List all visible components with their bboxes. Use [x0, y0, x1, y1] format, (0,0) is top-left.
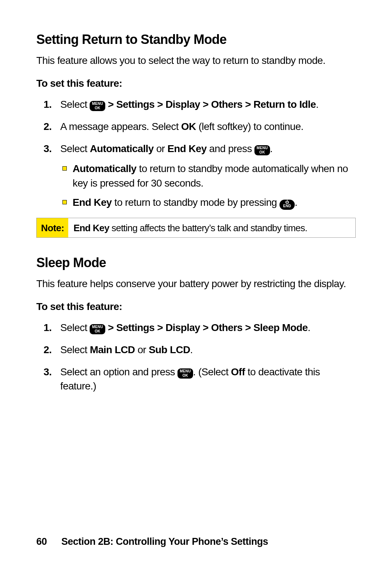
heading-sleep-mode: Sleep Mode: [36, 255, 356, 270]
intro-sleep-mode: This feature helps conserve your battery…: [36, 277, 356, 291]
step-text: .: [308, 322, 310, 333]
step-text: Select: [60, 143, 90, 154]
step-3: 3. Select Automatically or End Key and p…: [60, 142, 356, 210]
subhead-set-feature-2: To set this feature:: [36, 301, 356, 313]
step-number: 2.: [44, 343, 52, 357]
step-text: or: [154, 143, 167, 154]
menu-ok-key-icon: [90, 101, 105, 111]
bullet-text-bold: Automatically: [73, 163, 136, 174]
end-key-icon: [279, 200, 295, 210]
note-body: End Key setting affects the battery’s ta…: [68, 218, 312, 237]
step-number: 1.: [44, 97, 52, 111]
steps-sleep-mode: 1. Select > Settings > Display > Others …: [36, 320, 356, 393]
section-label: Section 2B: Controlling Your Phone’s Set…: [61, 536, 268, 547]
intro-return-standby: This feature allows you to select the wa…: [36, 54, 356, 68]
step-text: Select: [60, 344, 90, 355]
step-text-bold: OK: [181, 121, 196, 132]
bullet-text: to return to standby mode by pressing: [112, 197, 279, 208]
step-path: > Settings > Display > Others > Sleep Mo…: [105, 322, 308, 333]
step-2: 2. A message appears. Select OK (left so…: [60, 119, 356, 134]
page-footer: 60Section 2B: Controlling Your Phone’s S…: [36, 536, 268, 547]
step-text-bold: Automatically: [90, 143, 154, 154]
bullet-text-bold: End Key: [73, 197, 112, 208]
bullet-end-key: End Key to return to standby mode by pre…: [73, 195, 356, 210]
step-text: (left softkey) to continue.: [196, 121, 303, 132]
step-text-bold: End Key: [167, 143, 207, 154]
step-text: Select an option and press: [60, 366, 177, 377]
step-2: 2. Select Main LCD or Sub LCD.: [60, 343, 356, 357]
note-text-bold: End Key: [73, 222, 109, 233]
note-label: Note:: [37, 218, 68, 237]
note-text: setting affects the battery’s talk and s…: [109, 222, 307, 233]
step-1: 1. Select > Settings > Display > Others …: [60, 97, 356, 111]
step-text: Select: [60, 322, 90, 333]
step-number: 1.: [44, 320, 52, 335]
step-text: .: [316, 99, 318, 110]
step-1: 1. Select > Settings > Display > Others …: [60, 320, 356, 335]
step-number: 2.: [44, 119, 52, 134]
step-text: Select: [60, 99, 90, 110]
step-number: 3.: [44, 365, 52, 379]
subhead-set-feature-1: To set this feature:: [36, 78, 356, 89]
step-text-bold: Off: [231, 366, 245, 377]
step-text-bold: Main LCD: [90, 344, 135, 355]
step-text: .: [270, 143, 273, 154]
step-path: > Settings > Display > Others > Return t…: [105, 99, 316, 110]
step-3: 3. Select an option and press . (Select …: [60, 365, 356, 393]
heading-return-standby: Setting Return to Standby Mode: [36, 32, 356, 47]
steps-return-standby: 1. Select > Settings > Display > Others …: [36, 97, 356, 210]
step-number: 3.: [44, 142, 52, 156]
step-text-bold: Sub LCD: [149, 344, 190, 355]
step-text: A message appears. Select: [60, 121, 181, 132]
step-text: . (Select: [193, 366, 231, 377]
menu-ok-key-icon: [254, 145, 270, 155]
menu-ok-key-icon: [177, 368, 193, 379]
bullet-text: .: [295, 197, 297, 208]
note-box: Note: End Key setting affects the batter…: [36, 218, 356, 238]
page-number: 60: [36, 536, 47, 547]
step-text: .: [190, 344, 193, 355]
sub-bullets: Automatically to return to standby mode …: [60, 162, 356, 209]
step-text: and press: [207, 143, 254, 154]
menu-ok-key-icon: [90, 324, 105, 334]
step-text: or: [135, 344, 149, 355]
bullet-automatically: Automatically to return to standby mode …: [73, 162, 356, 190]
manual-page: Setting Return to Standby Mode This feat…: [0, 0, 392, 588]
